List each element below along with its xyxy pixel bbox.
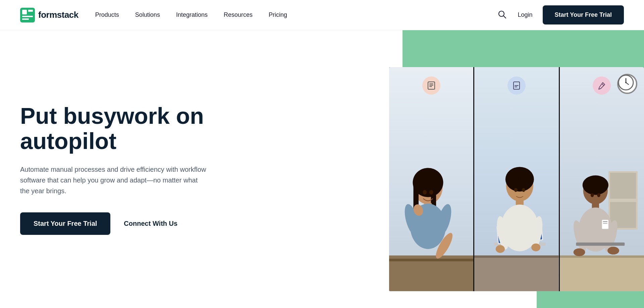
- svg-point-23: [423, 190, 427, 195]
- svg-point-24: [429, 190, 433, 195]
- hero-section: Put busywork on autopilot Automate manua…: [0, 30, 644, 308]
- svg-point-36: [521, 171, 532, 186]
- svg-point-42: [531, 244, 540, 251]
- clock-face: [617, 74, 635, 91]
- person-scene-3: [560, 67, 644, 291]
- logo[interactable]: formstack: [20, 8, 78, 22]
- svg-rect-3: [22, 16, 33, 17]
- badge-3: [593, 76, 611, 95]
- search-icon: [498, 10, 506, 19]
- login-link[interactable]: Login: [518, 11, 533, 18]
- svg-point-35: [507, 171, 519, 186]
- svg-rect-63: [576, 243, 625, 246]
- edit-icon: [597, 81, 606, 90]
- nav-resources[interactable]: Resources: [224, 11, 253, 18]
- svg-line-49: [602, 84, 604, 86]
- nav-solutions[interactable]: Solutions: [135, 11, 160, 18]
- svg-rect-67: [603, 221, 607, 222]
- formstack-logo-icon: [20, 8, 35, 22]
- navigation: formstack Products Solutions Integration…: [0, 0, 644, 30]
- nav-pricing[interactable]: Pricing: [269, 11, 287, 18]
- svg-rect-10: [429, 86, 432, 87]
- svg-point-41: [496, 245, 505, 253]
- svg-rect-9: [429, 85, 433, 86]
- form-icon: [427, 81, 436, 90]
- person-figure-1: [389, 101, 473, 291]
- svg-point-61: [573, 248, 585, 256]
- photo-col-2: [474, 67, 559, 291]
- connect-with-us-link[interactable]: Connect With Us: [124, 220, 177, 227]
- hero-title-line1: Put busywork on: [20, 103, 204, 129]
- brand-name: formstack: [38, 10, 78, 20]
- nav-cta-button[interactable]: Start Your Free Trial: [543, 5, 624, 24]
- svg-point-64: [590, 193, 594, 197]
- svg-rect-26: [515, 85, 519, 86]
- hero-actions: Start Your Free Trial Connect With Us: [20, 212, 208, 235]
- svg-rect-1: [22, 10, 27, 14]
- svg-rect-27: [515, 87, 517, 87]
- photo-col-3: [560, 67, 644, 291]
- svg-rect-4: [22, 18, 29, 20]
- search-button[interactable]: [496, 9, 508, 21]
- svg-point-43: [514, 188, 518, 192]
- hero-visual: [369, 30, 644, 308]
- person-figure-3: [560, 101, 644, 291]
- nav-links: Products Solutions Integrations Resource…: [95, 11, 496, 18]
- badge-2: [507, 76, 526, 95]
- hero-title-line2: autopilot: [20, 128, 116, 154]
- svg-rect-68: [603, 223, 607, 224]
- svg-rect-29: [474, 256, 558, 258]
- svg-rect-54: [560, 256, 644, 258]
- nav-right: Login Start Your Free Trial: [496, 5, 624, 24]
- document-icon: [512, 81, 521, 90]
- svg-rect-2: [28, 10, 33, 12]
- svg-point-62: [607, 247, 619, 255]
- wall-clock: [617, 74, 637, 94]
- nav-integrations[interactable]: Integrations: [176, 11, 208, 18]
- nav-products[interactable]: Products: [95, 11, 119, 18]
- svg-point-44: [522, 188, 525, 192]
- badge-1: [422, 76, 440, 95]
- svg-rect-12: [389, 259, 473, 261]
- svg-line-6: [503, 16, 506, 18]
- hero-title: Put busywork on autopilot: [20, 103, 208, 154]
- hero-subtitle: Automate manual processes and drive effi…: [20, 164, 208, 196]
- svg-rect-51: [610, 173, 636, 199]
- hero-cta-button[interactable]: Start Your Free Trial: [20, 212, 110, 235]
- svg-point-65: [597, 193, 600, 197]
- hero-image-panel: [389, 67, 644, 291]
- svg-point-48: [625, 82, 627, 83]
- hero-content: Put busywork on autopilot Automate manua…: [20, 103, 208, 235]
- person-figure-2: [474, 101, 558, 291]
- svg-point-56: [582, 175, 608, 195]
- svg-rect-53: [560, 256, 644, 291]
- person-scene-1: [389, 67, 473, 291]
- photo-col-1: [389, 67, 474, 291]
- person-scene-2: [474, 67, 558, 291]
- svg-rect-28: [474, 256, 558, 291]
- svg-rect-8: [429, 84, 433, 84]
